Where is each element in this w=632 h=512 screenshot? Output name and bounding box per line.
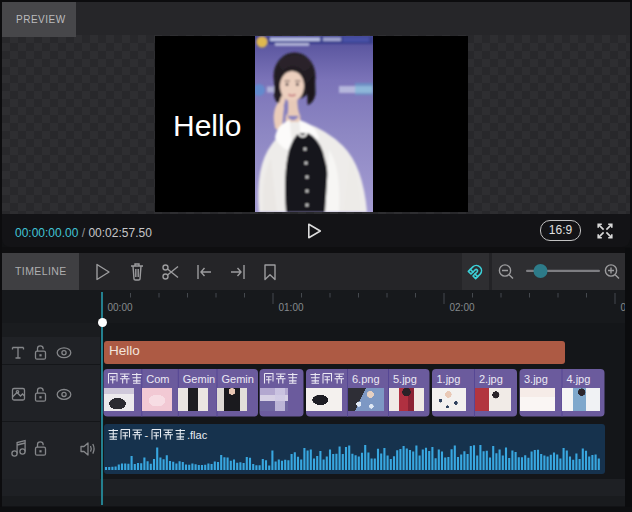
svg-text:5.jpg: 5.jpg xyxy=(393,373,417,385)
svg-text:1.jpg: 1.jpg xyxy=(437,373,461,385)
svg-text:00:00: 00:00 xyxy=(108,302,133,313)
svg-text:4.jpg: 4.jpg xyxy=(567,373,591,385)
svg-text:02:00: 02:00 xyxy=(450,302,475,313)
svg-text:Gemin: Gemin xyxy=(183,373,215,385)
svg-text:3.jpg: 3.jpg xyxy=(524,373,548,385)
svg-text:Com: Com xyxy=(146,373,169,385)
svg-text:6.png: 6.png xyxy=(352,373,380,385)
svg-text:01:00: 01:00 xyxy=(279,302,304,313)
svg-text:2.jpg: 2.jpg xyxy=(479,373,503,385)
svg-text:Gemin: Gemin xyxy=(222,373,254,385)
